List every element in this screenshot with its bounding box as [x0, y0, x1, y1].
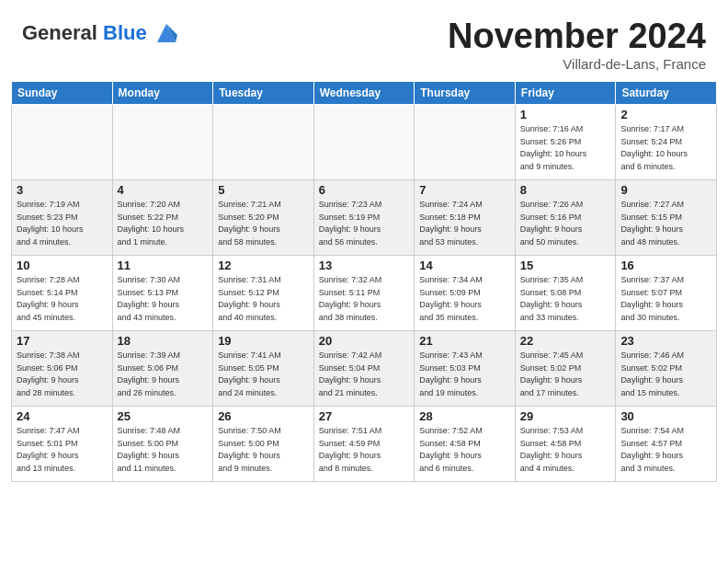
day-number: 4 [118, 183, 209, 197]
day-cell: 1Sunrise: 7:16 AM Sunset: 5:26 PM Daylig… [515, 105, 616, 180]
day-cell [313, 105, 415, 180]
day-cell: 17Sunrise: 7:38 AM Sunset: 5:06 PM Dayli… [12, 331, 113, 407]
day-info: Sunrise: 7:53 AM Sunset: 4:58 PM Dayligh… [520, 425, 611, 475]
col-friday: Friday [515, 82, 616, 105]
day-info: Sunrise: 7:51 AM Sunset: 4:59 PM Dayligh… [319, 425, 410, 475]
day-number: 22 [520, 334, 611, 348]
day-cell: 20Sunrise: 7:42 AM Sunset: 5:04 PM Dayli… [313, 331, 415, 407]
week-row-5: 24Sunrise: 7:47 AM Sunset: 5:01 PM Dayli… [12, 407, 717, 482]
day-number: 7 [419, 183, 510, 197]
day-info: Sunrise: 7:48 AM Sunset: 5:00 PM Dayligh… [118, 425, 209, 475]
day-info: Sunrise: 7:23 AM Sunset: 5:19 PM Dayligh… [319, 199, 410, 248]
day-info: Sunrise: 7:20 AM Sunset: 5:22 PM Dayligh… [118, 199, 209, 248]
day-number: 6 [319, 183, 410, 197]
day-cell [12, 105, 113, 180]
day-number: 11 [118, 259, 209, 272]
day-cell: 19Sunrise: 7:41 AM Sunset: 5:05 PM Dayli… [213, 331, 314, 407]
day-cell: 24Sunrise: 7:47 AM Sunset: 5:01 PM Dayli… [12, 407, 113, 482]
day-info: Sunrise: 7:17 AM Sunset: 5:24 PM Dayligh… [620, 123, 711, 173]
day-info: Sunrise: 7:46 AM Sunset: 5:02 PM Dayligh… [620, 350, 711, 399]
day-number: 1 [520, 108, 611, 121]
day-info: Sunrise: 7:34 AM Sunset: 5:09 PM Dayligh… [419, 274, 510, 324]
day-cell: 10Sunrise: 7:28 AM Sunset: 5:14 PM Dayli… [12, 256, 113, 331]
day-number: 13 [319, 259, 410, 272]
day-info: Sunrise: 7:26 AM Sunset: 5:16 PM Dayligh… [520, 199, 611, 248]
col-monday: Monday [112, 82, 213, 105]
day-number: 14 [419, 259, 510, 272]
week-row-4: 17Sunrise: 7:38 AM Sunset: 5:06 PM Dayli… [12, 331, 717, 407]
day-info: Sunrise: 7:21 AM Sunset: 5:20 PM Dayligh… [218, 199, 309, 248]
day-cell: 21Sunrise: 7:43 AM Sunset: 5:03 PM Dayli… [415, 331, 516, 407]
day-cell: 2Sunrise: 7:17 AM Sunset: 5:24 PM Daylig… [616, 105, 717, 180]
day-cell [213, 105, 314, 180]
day-number: 9 [620, 183, 711, 197]
title-area: November 2024 Villard-de-Lans, France [448, 17, 706, 72]
day-number: 28 [419, 409, 510, 423]
logo: General Blue [22, 17, 183, 50]
day-info: Sunrise: 7:19 AM Sunset: 5:23 PM Dayligh… [17, 199, 108, 248]
day-number: 29 [520, 409, 611, 423]
day-number: 23 [620, 334, 711, 348]
day-info: Sunrise: 7:24 AM Sunset: 5:18 PM Dayligh… [419, 199, 510, 248]
day-cell: 27Sunrise: 7:51 AM Sunset: 4:59 PM Dayli… [313, 407, 415, 482]
col-saturday: Saturday [616, 82, 717, 105]
day-info: Sunrise: 7:30 AM Sunset: 5:13 PM Dayligh… [118, 274, 209, 324]
day-info: Sunrise: 7:27 AM Sunset: 5:15 PM Dayligh… [620, 199, 711, 248]
day-info: Sunrise: 7:37 AM Sunset: 5:07 PM Dayligh… [620, 274, 711, 324]
day-info: Sunrise: 7:41 AM Sunset: 5:05 PM Dayligh… [218, 350, 309, 399]
day-cell: 13Sunrise: 7:32 AM Sunset: 5:11 PM Dayli… [313, 256, 415, 331]
col-sunday: Sunday [12, 82, 113, 105]
day-number: 30 [620, 409, 711, 423]
day-cell: 22Sunrise: 7:45 AM Sunset: 5:02 PM Dayli… [515, 331, 616, 407]
day-number: 26 [218, 409, 309, 423]
day-cell: 14Sunrise: 7:34 AM Sunset: 5:09 PM Dayli… [415, 256, 516, 331]
day-number: 12 [218, 259, 309, 272]
logo-icon [150, 17, 183, 50]
day-info: Sunrise: 7:39 AM Sunset: 5:06 PM Dayligh… [118, 350, 209, 399]
week-row-1: 1Sunrise: 7:16 AM Sunset: 5:26 PM Daylig… [12, 105, 717, 180]
day-cell: 29Sunrise: 7:53 AM Sunset: 4:58 PM Dayli… [515, 407, 616, 482]
day-info: Sunrise: 7:54 AM Sunset: 4:57 PM Dayligh… [620, 425, 711, 475]
day-info: Sunrise: 7:16 AM Sunset: 5:26 PM Dayligh… [520, 123, 611, 173]
day-cell [415, 105, 516, 180]
day-number: 10 [17, 259, 108, 272]
day-cell: 28Sunrise: 7:52 AM Sunset: 4:58 PM Dayli… [415, 407, 516, 482]
logo-blue: Blue [103, 21, 147, 44]
day-info: Sunrise: 7:52 AM Sunset: 4:58 PM Dayligh… [419, 425, 510, 475]
day-info: Sunrise: 7:42 AM Sunset: 5:04 PM Dayligh… [319, 350, 410, 399]
day-cell: 7Sunrise: 7:24 AM Sunset: 5:18 PM Daylig… [415, 180, 516, 256]
day-info: Sunrise: 7:32 AM Sunset: 5:11 PM Dayligh… [319, 274, 410, 324]
calendar-table: Sunday Monday Tuesday Wednesday Thursday… [11, 81, 717, 482]
day-info: Sunrise: 7:50 AM Sunset: 5:00 PM Dayligh… [218, 425, 309, 475]
day-cell [112, 105, 213, 180]
day-cell: 23Sunrise: 7:46 AM Sunset: 5:02 PM Dayli… [616, 331, 717, 407]
day-number: 19 [218, 334, 309, 348]
day-info: Sunrise: 7:31 AM Sunset: 5:12 PM Dayligh… [218, 274, 309, 324]
day-cell: 11Sunrise: 7:30 AM Sunset: 5:13 PM Dayli… [112, 256, 213, 331]
day-number: 16 [620, 259, 711, 272]
day-info: Sunrise: 7:47 AM Sunset: 5:01 PM Dayligh… [17, 425, 108, 475]
day-number: 21 [419, 334, 510, 348]
logo-general: General [22, 21, 97, 44]
day-number: 20 [319, 334, 410, 348]
day-cell: 3Sunrise: 7:19 AM Sunset: 5:23 PM Daylig… [12, 180, 113, 256]
col-wednesday: Wednesday [313, 82, 415, 105]
day-cell: 30Sunrise: 7:54 AM Sunset: 4:57 PM Dayli… [616, 407, 717, 482]
day-info: Sunrise: 7:38 AM Sunset: 5:06 PM Dayligh… [17, 350, 108, 399]
day-number: 3 [17, 183, 108, 197]
day-cell: 18Sunrise: 7:39 AM Sunset: 5:06 PM Dayli… [112, 331, 213, 407]
day-number: 27 [319, 409, 410, 423]
day-cell: 8Sunrise: 7:26 AM Sunset: 5:16 PM Daylig… [515, 180, 616, 256]
day-cell: 5Sunrise: 7:21 AM Sunset: 5:20 PM Daylig… [213, 180, 314, 256]
day-cell: 4Sunrise: 7:20 AM Sunset: 5:22 PM Daylig… [112, 180, 213, 256]
day-cell: 16Sunrise: 7:37 AM Sunset: 5:07 PM Dayli… [616, 256, 717, 331]
day-cell: 9Sunrise: 7:27 AM Sunset: 5:15 PM Daylig… [616, 180, 717, 256]
day-cell: 25Sunrise: 7:48 AM Sunset: 5:00 PM Dayli… [112, 407, 213, 482]
day-number: 18 [118, 334, 209, 348]
day-number: 2 [620, 108, 711, 121]
header-row: Sunday Monday Tuesday Wednesday Thursday… [12, 82, 717, 105]
day-info: Sunrise: 7:45 AM Sunset: 5:02 PM Dayligh… [520, 350, 611, 399]
col-thursday: Thursday [415, 82, 516, 105]
day-number: 24 [17, 409, 108, 423]
day-number: 25 [118, 409, 209, 423]
